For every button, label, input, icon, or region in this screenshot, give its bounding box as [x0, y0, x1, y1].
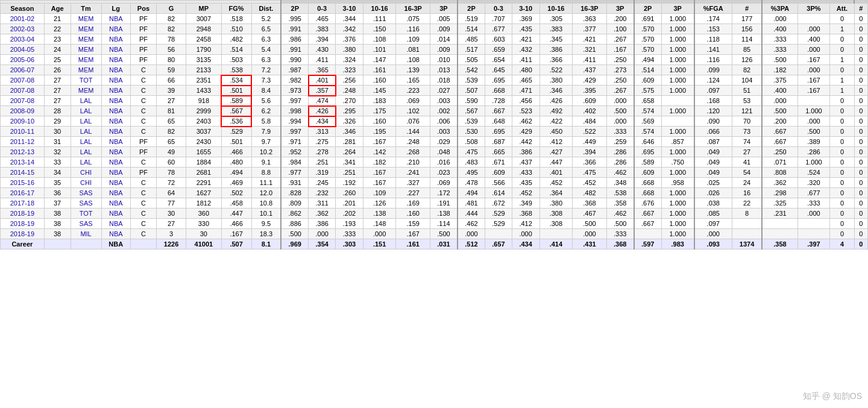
table-link[interactable]: 2008-09	[10, 107, 34, 115]
table-link[interactable]: 2010-11	[10, 128, 34, 135]
table-link[interactable]: NBA	[109, 118, 123, 125]
table-link[interactable]: NBA	[109, 87, 123, 94]
table-cell: C	[130, 86, 156, 96]
table-link[interactable]: LAL	[80, 148, 92, 155]
table-link[interactable]: MIL	[80, 230, 91, 237]
table-cell: 2351	[186, 75, 221, 86]
table-link[interactable]: 2002-03	[10, 25, 34, 33]
table-cell: 30	[44, 127, 71, 137]
table-cell: .450	[539, 127, 573, 137]
table-link[interactable]: NBA	[109, 56, 123, 63]
table-link[interactable]: NBA	[109, 107, 123, 115]
table-link[interactable]: NBA	[109, 220, 123, 227]
table-link[interactable]: NBA	[109, 138, 123, 145]
table-cell: .500	[606, 219, 634, 229]
table-link[interactable]: NBA	[109, 189, 123, 196]
table-cell: .087	[694, 137, 732, 147]
table-cell: 21	[44, 14, 71, 24]
table-link[interactable]: MEM	[78, 25, 94, 33]
table-cell: .147	[363, 55, 396, 65]
table-link[interactable]: MEM	[78, 56, 94, 63]
table-cell: 1.000	[661, 34, 694, 45]
table-link[interactable]: 2016-17	[10, 189, 34, 196]
table-link[interactable]: MEM	[78, 36, 94, 43]
table-link[interactable]: 2004-05	[10, 46, 34, 53]
table-link[interactable]: LAL	[80, 107, 92, 115]
table-link[interactable]: 2017-18	[10, 199, 34, 207]
table-link[interactable]: NBA	[109, 158, 123, 166]
table-cell: .366	[539, 55, 573, 65]
table-link[interactable]: NBA	[109, 25, 123, 33]
table-link[interactable]: TOT	[80, 77, 93, 84]
table-link[interactable]: NBA	[109, 169, 123, 176]
table-link[interactable]: NBA	[109, 148, 123, 155]
table-link[interactable]: NBA	[109, 97, 123, 104]
table-link[interactable]: NBA	[109, 210, 123, 217]
table-cell: 0	[854, 198, 867, 209]
table-link[interactable]: 2012-13	[10, 148, 34, 155]
table-cell: .195	[363, 127, 396, 137]
table-link[interactable]: LAL	[80, 128, 92, 135]
table-link[interactable]: LAL	[80, 97, 92, 104]
table-cell: 49	[156, 147, 186, 157]
table-link[interactable]: SAS	[80, 199, 93, 207]
table-link[interactable]: 2007-08	[10, 87, 34, 94]
table-link[interactable]: NBA	[109, 15, 123, 22]
table-cell: .097	[694, 219, 732, 229]
col-fg163p: 16-3P	[573, 4, 606, 14]
table-link[interactable]: LAL	[80, 158, 92, 166]
table-link[interactable]: 2001-02	[10, 15, 34, 22]
table-link[interactable]: 2007-08	[10, 97, 34, 104]
table-link[interactable]: MEM	[78, 15, 94, 22]
table-link[interactable]: NBA	[109, 66, 123, 74]
table-cell: 2458	[186, 34, 221, 45]
table-cell: 1.000	[797, 106, 830, 116]
table-link[interactable]: TOT	[80, 210, 93, 217]
table-link[interactable]: MEM	[78, 66, 94, 74]
table-cell: 918	[186, 96, 221, 106]
table-link[interactable]: 2018-19	[10, 230, 34, 237]
table-link[interactable]: 2013-14	[10, 158, 34, 166]
table-cell: 5.6	[251, 96, 281, 106]
table-link[interactable]: 2014-15	[10, 169, 34, 176]
table-link[interactable]: CHI	[80, 169, 92, 176]
table-link[interactable]: 2005-06	[10, 56, 34, 63]
table-link[interactable]: LAL	[80, 118, 92, 125]
table-link[interactable]: NBA	[109, 77, 123, 84]
table-cell: .728	[485, 96, 512, 106]
table-link[interactable]: 2007-08	[10, 77, 34, 84]
table-link[interactable]: SAS	[80, 220, 93, 227]
team-cell: MEM	[71, 86, 101, 96]
table-cell: .333	[606, 229, 634, 239]
table-cell: .614	[485, 188, 512, 198]
table-link[interactable]: NBA	[109, 46, 123, 53]
table-link[interactable]: 2011-12	[10, 138, 34, 145]
table-link[interactable]: 2015-16	[10, 179, 34, 186]
table-link[interactable]: 2003-04	[10, 36, 34, 43]
table-link[interactable]: NBA	[109, 230, 123, 237]
table-cell: .018	[430, 75, 458, 86]
table-link[interactable]: NBA	[109, 128, 123, 135]
table-link[interactable]: CHI	[80, 179, 92, 186]
table-link[interactable]: LAL	[80, 138, 92, 145]
table-cell: 0	[830, 209, 854, 219]
table-link[interactable]: 2006-07	[10, 66, 34, 74]
table-cell: .481	[458, 198, 485, 209]
table-cell: .232	[309, 188, 336, 198]
table-cell: .671	[485, 157, 512, 168]
table-link[interactable]: MEM	[78, 87, 94, 94]
table-link[interactable]: MEM	[78, 46, 94, 53]
table-cell: .514	[634, 65, 662, 75]
table-cell: .456	[512, 96, 539, 106]
table-link[interactable]: 2018-19	[10, 220, 34, 227]
table-link[interactable]: SAS	[80, 189, 93, 196]
table-link[interactable]: NBA	[109, 199, 123, 207]
league-cell: NBA	[101, 65, 130, 75]
table-cell	[634, 229, 662, 239]
table-link[interactable]: NBA	[109, 36, 123, 43]
table-link[interactable]: NBA	[109, 179, 123, 186]
table-link[interactable]: 2009-10	[10, 118, 34, 125]
table-link[interactable]: 2018-19	[10, 210, 34, 217]
league-cell: NBA	[101, 168, 130, 178]
table-cell: 82	[156, 127, 186, 137]
